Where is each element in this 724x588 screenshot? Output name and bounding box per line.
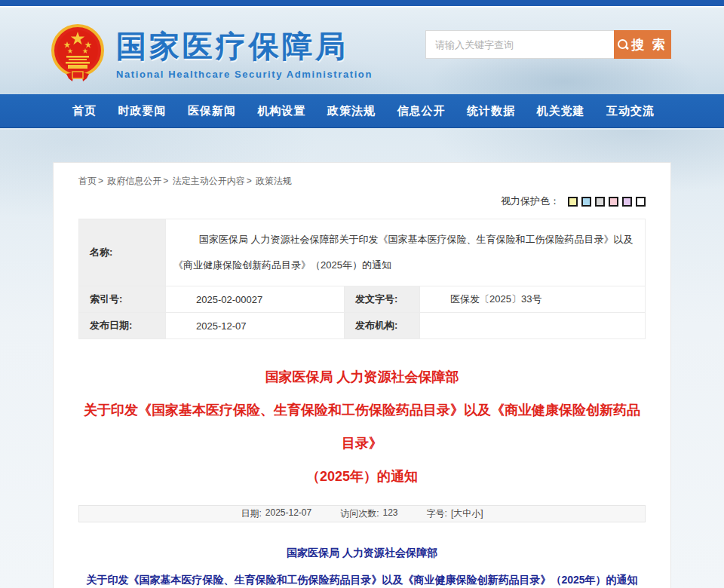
notice-title-line3: （2025年）的通知	[78, 460, 646, 493]
top-strip	[0, 0, 724, 8]
meta-index-label: 索引号:	[79, 286, 166, 313]
article-date-label: 日期:	[241, 507, 261, 520]
national-emblem-logo	[50, 23, 106, 83]
font-size-links[interactable]: [大中小]	[451, 507, 483, 520]
eye-protection-swatch-yellow[interactable]	[568, 197, 578, 207]
search-icon	[618, 39, 628, 50]
article-date: 日期: 2025-12-07	[241, 507, 311, 520]
meta-pub-date-value: 2025-12-07	[166, 313, 345, 339]
table-row: 发布日期: 2025-12-07 发布机构:	[79, 313, 646, 339]
article-info-bar: 日期: 2025-12-07 访问次数: 123 字号: [大中小]	[78, 505, 646, 522]
meta-name-label: 名称:	[79, 219, 166, 286]
site-title: 国家医疗保障局	[116, 26, 373, 67]
document-title-line2: 关于印发《国家基本医疗保险、生育保险和工伤保险药品目录》以及《商业健康保险创新药…	[78, 566, 646, 588]
nav-item-party-building[interactable]: 机关党建	[537, 104, 585, 118]
nav-item-interaction[interactable]: 互动交流	[606, 104, 655, 118]
search-button-label: 搜 索	[631, 36, 667, 54]
eye-protection-swatch-purple[interactable]	[622, 197, 632, 207]
document-meta-table: 名称: 国家医保局 人力资源社会保障部关于印发《国家基本医疗保险、生育保险和工伤…	[78, 219, 646, 339]
meta-doc-no-label: 发文字号:	[345, 286, 420, 313]
notice-title-line2: 关于印发《国家基本医疗保险、生育保险和工伤保险药品目录》以及《商业健康保险创新药…	[78, 394, 646, 460]
article-visits-value: 123	[383, 507, 398, 520]
nav-item-politics-news[interactable]: 时政要闻	[118, 104, 167, 118]
search-box: 搜 索	[425, 30, 671, 59]
font-size-label: 字号:	[427, 507, 447, 520]
meta-pub-org-label: 发布机构:	[345, 313, 420, 339]
meta-pub-date-label: 发布日期:	[79, 313, 166, 339]
document-title-navy: 国家医保局 人力资源社会保障部 关于印发《国家基本医疗保险、生育保险和工伤保险药…	[78, 539, 646, 588]
font-size-control: 字号: [大中小]	[427, 507, 483, 520]
nav-item-statistics[interactable]: 统计数据	[467, 104, 515, 118]
article-visits: 访问次数: 123	[340, 507, 397, 520]
document-title-line1: 国家医保局 人力资源社会保障部	[78, 539, 646, 566]
article-visits-label: 访问次数:	[340, 507, 379, 520]
article-date-value: 2025-12-07	[265, 507, 311, 520]
search-button[interactable]: 搜 索	[614, 30, 671, 59]
breadcrumb-gov-info[interactable]: 政府信息公开	[107, 176, 161, 186]
meta-index-value: 2025-02-00027	[166, 286, 345, 313]
nav-item-home[interactable]: 首页	[72, 104, 97, 118]
breadcrumb-separator: >	[163, 176, 168, 186]
breadcrumb-home[interactable]: 首页	[78, 176, 97, 186]
nav-item-medical-insurance-news[interactable]: 医保新闻	[188, 104, 236, 118]
site-brand[interactable]: 国家医疗保障局 National Healthcare Security Adm…	[50, 23, 373, 83]
notice-title-red: 国家医保局 人力资源社会保障部 关于印发《国家基本医疗保险、生育保险和工伤保险药…	[78, 360, 646, 493]
main-nav: 首页 时政要闻 医保新闻 机构设置 政策法规 信息公开 统计数据 机关党建 互动…	[0, 94, 724, 128]
search-input[interactable]	[425, 30, 614, 59]
eye-protection-swatch-white[interactable]	[636, 197, 646, 207]
breadcrumb-statutory-disclosure[interactable]: 法定主动公开内容	[173, 176, 245, 186]
table-row: 名称: 国家医保局 人力资源社会保障部关于印发《国家基本医疗保险、生育保险和工伤…	[79, 219, 646, 286]
breadcrumb-separator: >	[98, 176, 103, 186]
table-row: 索引号: 2025-02-00027 发文字号: 医保发〔2025〕33号	[79, 286, 646, 313]
eye-protection-swatch-blue[interactable]	[581, 197, 591, 207]
nav-item-organization[interactable]: 机构设置	[258, 104, 306, 118]
meta-name-value: 国家医保局 人力资源社会保障部关于印发《国家基本医疗保险、生育保险和工伤保险药品…	[166, 219, 646, 286]
breadcrumb-separator: >	[247, 176, 252, 186]
site-header: 国家医疗保障局 National Healthcare Security Adm…	[0, 8, 724, 94]
breadcrumb-policy-regulations[interactable]: 政策法规	[256, 176, 292, 186]
site-title-english: National Healthcare Security Administrat…	[116, 69, 373, 80]
eye-protection-swatch-gray[interactable]	[595, 197, 605, 207]
content-card: 首页> 政府信息公开> 法定主动公开内容> 政策法规 视力保护色： 名称: 国家…	[53, 162, 671, 588]
eye-protection-label: 视力保护色：	[501, 194, 560, 208]
breadcrumb: 首页> 政府信息公开> 法定主动公开内容> 政策法规	[78, 175, 646, 188]
meta-pub-org-value	[420, 313, 646, 339]
nav-item-policy-regulations[interactable]: 政策法规	[327, 104, 376, 118]
eye-protection-row: 视力保护色：	[78, 194, 646, 208]
eye-protection-swatch-pink[interactable]	[609, 197, 618, 207]
meta-doc-no-value: 医保发〔2025〕33号	[420, 286, 646, 313]
notice-title-line1: 国家医保局 人力资源社会保障部	[78, 360, 646, 394]
nav-item-info-disclosure[interactable]: 信息公开	[397, 104, 446, 118]
